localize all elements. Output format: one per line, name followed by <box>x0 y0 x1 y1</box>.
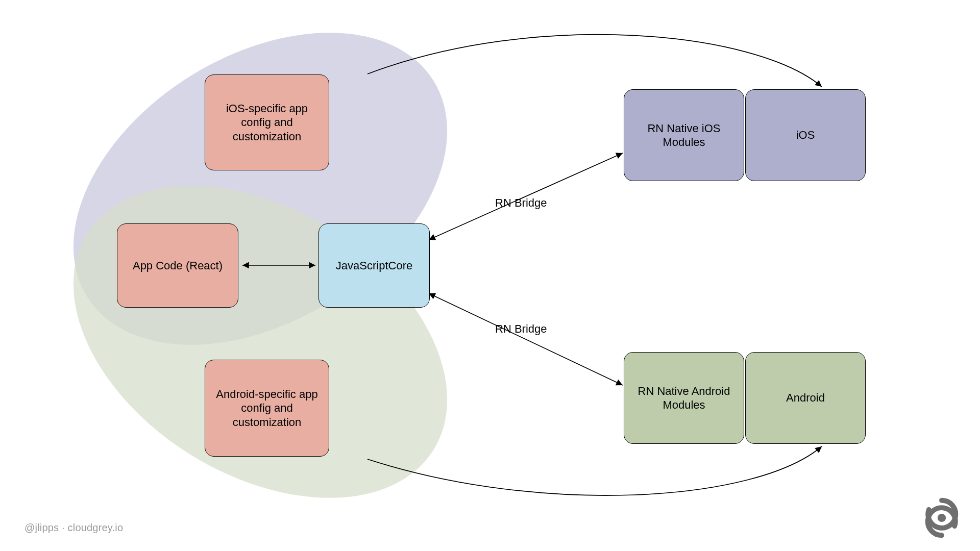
node-android-config-label: Android-specific app config and customiz… <box>212 387 322 430</box>
ios-build-ellipse <box>17 0 504 409</box>
edge-android-ellipse-to-android <box>368 446 822 495</box>
edge-ios-ellipse-to-ios <box>368 35 822 87</box>
node-rn-ios-modules-label: RN Native iOS Modules <box>631 121 737 149</box>
node-android-label: Android <box>786 391 825 405</box>
node-android: Android <box>745 352 866 444</box>
edge-jscore-android-modules <box>429 293 623 385</box>
node-ios-config-label: iOS-specific app config and customizatio… <box>212 102 322 144</box>
svg-point-2 <box>938 514 946 522</box>
cloudgrey-logo-icon <box>919 495 965 541</box>
node-jscore-label: JavaScriptCore <box>336 259 412 273</box>
svg-point-0 <box>17 0 504 409</box>
diagram-stage: iOS-specific app config and customizatio… <box>0 0 980 551</box>
node-ios-label: iOS <box>796 128 815 142</box>
node-rn-android-modules: RN Native Android Modules <box>624 352 744 444</box>
edge-label-bridge-top: RN Bridge <box>495 196 547 210</box>
node-rn-android-modules-label: RN Native Android Modules <box>631 384 737 412</box>
node-app-code-label: App Code (React) <box>133 259 223 273</box>
android-build-ellipse <box>17 121 504 551</box>
footer-credit: @jlipps · cloudgrey.io <box>24 522 123 534</box>
node-jscore: JavaScriptCore <box>318 223 430 308</box>
node-app-code: App Code (React) <box>117 223 238 308</box>
node-rn-ios-modules: RN Native iOS Modules <box>624 89 744 181</box>
node-android-config: Android-specific app config and customiz… <box>205 360 329 457</box>
svg-point-1 <box>17 121 504 551</box>
edge-label-bridge-bottom: RN Bridge <box>495 322 547 336</box>
node-ios: iOS <box>745 89 866 181</box>
node-ios-config: iOS-specific app config and customizatio… <box>205 74 329 170</box>
